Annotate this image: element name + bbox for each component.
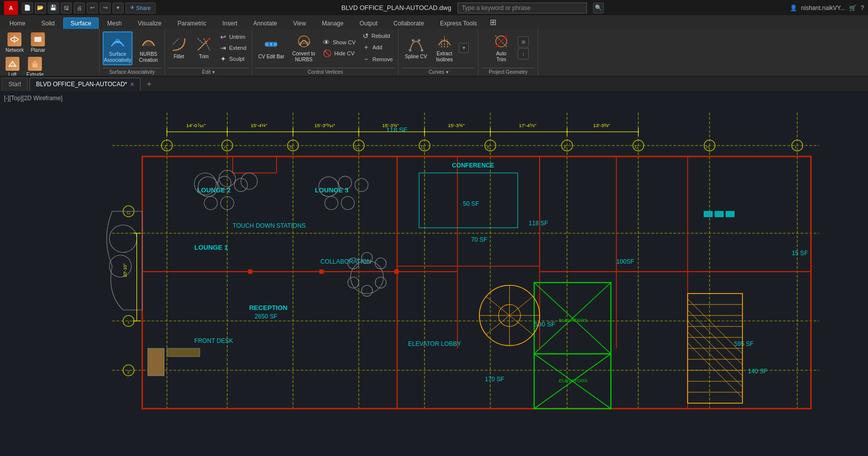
- edit-dropdown-icon[interactable]: ▾: [212, 69, 215, 75]
- print-button[interactable]: 🖨: [74, 2, 85, 13]
- tab-insert[interactable]: Insert: [215, 17, 245, 29]
- username-label[interactable]: nishant.naikVY...: [801, 4, 846, 11]
- svg-text:ELEVATORS: ELEVATORS: [559, 378, 587, 383]
- svg-rect-150: [167, 348, 200, 357]
- svg-text:Z: Z: [164, 144, 167, 150]
- svg-text:15'-3¾": 15'-3¾": [448, 123, 465, 128]
- help-icon[interactable]: ?: [861, 4, 864, 11]
- group-edit: Fillet Trim ↩Untrim: [165, 29, 252, 76]
- svg-text:I: I: [128, 319, 130, 325]
- extend-button[interactable]: ⇥Extend: [218, 43, 249, 53]
- project-geom-options-1[interactable]: ⊕: [518, 36, 529, 47]
- extract-isolines-button[interactable]: ExtractIsolines: [433, 31, 456, 65]
- dropdown-arrow[interactable]: ▾: [113, 2, 124, 13]
- tab-parametric[interactable]: Parametric: [170, 17, 214, 29]
- viewport-label: [-][Top][2D Wireframe]: [4, 95, 62, 102]
- new-button[interactable]: 📄: [22, 2, 33, 13]
- title-center: BLVD OFFICE_PLAN-AUTOCAD.dwg Type a keyw…: [159, 2, 786, 13]
- undo-button[interactable]: ↩: [87, 2, 98, 13]
- group-cv-label: Control Vertices: [255, 68, 395, 75]
- remove-button[interactable]: －Remove: [360, 54, 396, 65]
- ribbon-panel: Network Planar Loft: [0, 29, 868, 77]
- nurbs-creation-button[interactable]: NURBSCreation: [136, 31, 161, 65]
- hide-cv-button[interactable]: 🚫Hide CV: [320, 48, 358, 58]
- tab-view[interactable]: View: [286, 17, 313, 29]
- search-box[interactable]: Type a keyword or phrase: [457, 2, 587, 13]
- user-area: 👤 nishant.naikVY... 🛒 ?: [790, 4, 864, 11]
- convert-nurbs-button[interactable]: NURBS Convert toNURBS: [289, 31, 318, 65]
- svg-point-11: [270, 43, 273, 46]
- svg-point-16: [412, 39, 414, 42]
- untrim-button[interactable]: ↩Untrim: [218, 32, 249, 42]
- svg-text:C: C: [355, 144, 359, 150]
- svg-rect-146: [248, 270, 253, 274]
- spline-cv-button[interactable]: Spline CV: [402, 31, 430, 65]
- project-geom-options-2[interactable]: ↕: [518, 48, 529, 59]
- tab-collaborate[interactable]: Collaborate: [386, 17, 432, 29]
- planar-button[interactable]: Planar: [28, 31, 48, 54]
- tab-add-button[interactable]: +: [143, 78, 155, 91]
- save-button[interactable]: 💾: [48, 2, 59, 13]
- rebuild-button[interactable]: ↺Rebuild: [360, 31, 396, 41]
- svg-rect-1: [34, 37, 41, 42]
- floor-plan-drawing: Z A B C D E F G H I G I 2 CONFERENCE: [30, 102, 852, 431]
- tab-mesh[interactable]: Mesh: [100, 17, 129, 29]
- tab-visualize[interactable]: Visualize: [130, 17, 169, 29]
- redo-button[interactable]: ↪: [100, 2, 111, 13]
- sculpt-button[interactable]: ✦Sculpt: [218, 54, 249, 64]
- curves-more-icon[interactable]: ▾: [459, 43, 469, 53]
- svg-text:17'-4⁵⁄₈": 17'-4⁵⁄₈": [519, 123, 536, 128]
- share-button[interactable]: ✈ Share: [126, 2, 155, 13]
- extrude-button[interactable]: Extrude: [24, 55, 46, 77]
- open-button[interactable]: 📂: [35, 2, 46, 13]
- cv-edit-bar-button[interactable]: CV Edit Bar: [255, 31, 287, 65]
- title-bar: A 📄 📂 💾 🖫 🖨 ↩ ↪ ▾ ✈ Share BLVD OFFICE_PL…: [0, 0, 868, 16]
- svg-text:2: 2: [127, 369, 130, 374]
- svg-rect-148: [395, 270, 399, 274]
- cart-icon[interactable]: 🛒: [849, 4, 857, 11]
- svg-text:15'-3¾": 15'-3¾": [382, 123, 399, 128]
- svg-rect-168: [704, 211, 713, 217]
- svg-text:FRONT DESK: FRONT DESK: [194, 337, 233, 344]
- group-surface-assoc-label: Surface Associativity: [103, 68, 161, 75]
- svg-text:100SF: 100SF: [616, 258, 634, 265]
- save-as-button[interactable]: 🖫: [61, 2, 72, 13]
- svg-point-15: [409, 49, 411, 52]
- trim-button[interactable]: Trim: [193, 31, 215, 65]
- tab-output[interactable]: Output: [352, 17, 385, 29]
- svg-text:ELEVATORS: ELEVATORS: [559, 317, 587, 323]
- search-icon[interactable]: 🔍: [593, 2, 604, 13]
- svg-text:LOUNGE 3: LOUNGE 3: [315, 186, 348, 194]
- fillet-button[interactable]: Fillet: [168, 31, 190, 65]
- group-create: Network Planar Loft: [0, 29, 100, 76]
- filename-label: BLVD OFFICE_PLAN-AUTOCAD.dwg: [341, 4, 451, 11]
- curves-dropdown-icon[interactable]: ▾: [446, 69, 448, 75]
- document-tab-bar: Start BLVD OFFICE_PLAN-AUTOCAD* × +: [0, 77, 868, 92]
- surface-associativity-button[interactable]: SurfaceAssociativity: [103, 31, 133, 65]
- svg-text:I: I: [795, 144, 796, 150]
- svg-text:CONFERENCE: CONFERENCE: [452, 162, 494, 169]
- tab-start[interactable]: Start: [2, 78, 27, 91]
- drawing-viewport[interactable]: [-][Top][2D Wireframe] Z: [0, 92, 868, 456]
- svg-text:595 SF: 595 SF: [734, 340, 754, 347]
- group-edit-label: Edit: [202, 69, 211, 75]
- autocad-logo[interactable]: A: [4, 1, 18, 15]
- tab-active-document[interactable]: BLVD OFFICE_PLAN-AUTOCAD* ×: [29, 78, 141, 91]
- add-button[interactable]: ＋Add: [360, 42, 396, 53]
- loft-button[interactable]: Loft: [3, 55, 22, 77]
- tab-home[interactable]: Home: [2, 17, 33, 29]
- tab-close-button[interactable]: ×: [130, 80, 134, 88]
- show-cv-button[interactable]: 👁Show CV: [320, 37, 358, 47]
- auto-trim-button[interactable]: AutoTrim: [487, 31, 515, 65]
- network-button[interactable]: Network: [3, 31, 26, 54]
- svg-text:NURBS: NURBS: [298, 41, 311, 45]
- tab-manage[interactable]: Manage: [314, 17, 351, 29]
- tab-annotate[interactable]: Annotate: [246, 17, 285, 29]
- tab-express[interactable]: Express Tools: [433, 17, 484, 29]
- svg-point-12: [274, 43, 277, 46]
- tab-solid[interactable]: Solid: [34, 17, 62, 29]
- tab-extra[interactable]: ⊞: [485, 15, 501, 29]
- svg-rect-149: [148, 348, 164, 376]
- tab-surface[interactable]: Surface: [63, 17, 99, 29]
- svg-text:H: H: [706, 144, 710, 150]
